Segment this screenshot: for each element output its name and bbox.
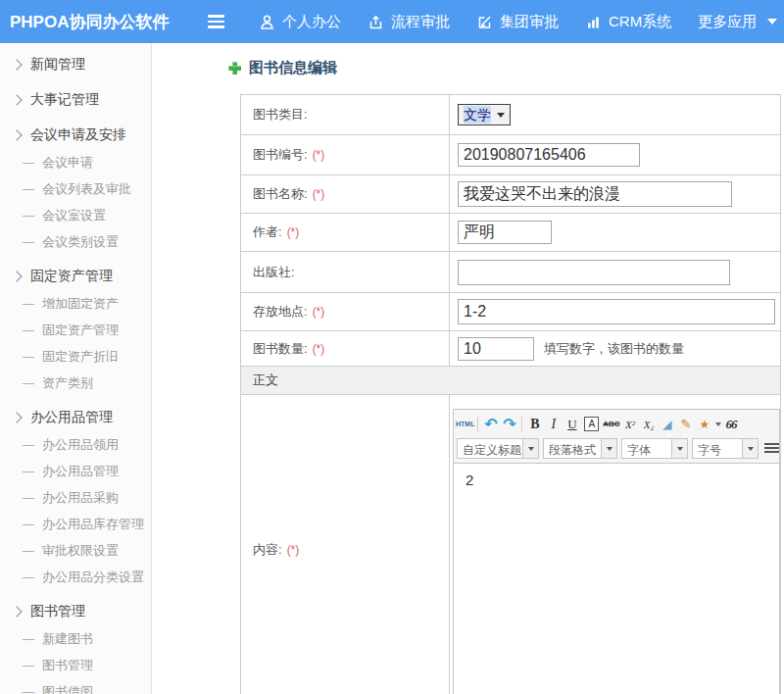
field-label-category: 图书类目:	[253, 106, 308, 124]
storage-location-input[interactable]	[458, 299, 775, 324]
caret-down-icon[interactable]	[601, 439, 616, 458]
required-marker: (*)	[313, 148, 325, 162]
publisher-input[interactable]	[458, 260, 730, 285]
sidebar-subitem[interactable]: —办公用品采购	[0, 484, 151, 511]
quantity-input[interactable]	[458, 337, 534, 361]
editor-toolbar-row1: HTML↶↷BIUAABCX²X₂◢✎★66	[454, 410, 779, 436]
sidebar-subitem-label: 图书借阅	[42, 683, 93, 694]
sidebar-item-3[interactable]: 固定资产管理	[0, 263, 151, 290]
editor-combo-3[interactable]: 字号	[692, 438, 759, 459]
top-bar: PHPOA协同办公软件 个人办公流程审批集团审批CRM系统更多应用	[0, 0, 784, 43]
sidebar-item-0[interactable]: 新闻管理	[0, 51, 151, 78]
sidebar-subitem-label: 会议申请	[42, 154, 93, 172]
nav-more-apps[interactable]: 更多应用	[698, 13, 777, 31]
sidebar-subitem[interactable]: —会议列表及审批	[0, 175, 151, 202]
caret-down-icon[interactable]	[742, 439, 758, 458]
field-label-location: 存放地点:	[253, 303, 308, 321]
sidebar-item-5[interactable]: 图书管理	[0, 598, 151, 625]
sidebar-group: 会议申请及安排—会议申请—会议列表及审批—会议室设置—会议类别设置	[0, 122, 151, 255]
hamburger-menu-icon[interactable]	[208, 12, 225, 31]
rich-text-editor: HTML↶↷BIUAABCX²X₂◢✎★66 自定义标题段落格式字体字号 2	[453, 409, 780, 694]
editor-combo-2[interactable]: 字体	[621, 438, 688, 459]
sidebar-group: 大事记管理	[0, 86, 151, 114]
caret-down-icon	[497, 113, 505, 118]
chevron-right-icon	[11, 606, 22, 617]
brush-icon[interactable]: ✎	[676, 415, 695, 434]
sidebar-item-2[interactable]: 会议申请及安排	[0, 122, 151, 149]
bold-icon[interactable]: B	[525, 415, 544, 434]
topbar-nav: 个人办公流程审批集团审批CRM系统更多应用	[259, 13, 777, 31]
font-color-icon[interactable]: A	[584, 417, 599, 431]
dash-bullet: —	[23, 465, 34, 478]
sidebar-subitem[interactable]: —办公用品库存管理	[0, 511, 151, 537]
editor-combo-1[interactable]: 段落格式	[543, 438, 617, 459]
dash-bullet: —	[23, 438, 34, 452]
sidebar-subitem-label: 办公用品采购	[42, 489, 119, 507]
sidebar-subitem[interactable]: —办公用品领用	[0, 431, 151, 458]
sidebar-subitem[interactable]: —会议类别设置	[0, 228, 151, 255]
sidebar-item-label: 会议申请及安排	[30, 126, 126, 144]
form-row-author: 作者: (*)	[241, 214, 780, 252]
edit-icon	[476, 14, 493, 30]
combo-label: 自定义标题	[458, 439, 522, 458]
chevron-right-icon	[11, 129, 22, 140]
flow-icon	[368, 14, 384, 30]
underline-icon[interactable]: U	[563, 415, 581, 434]
sidebar-group: 图书管理—新建图书—图书管理—图书借阅	[0, 598, 151, 694]
redo-icon[interactable]: ↷	[500, 415, 518, 434]
quote-icon[interactable]: 66	[721, 415, 740, 434]
dash-bullet: —	[23, 297, 34, 311]
sidebar-item-4[interactable]: 办公用品管理	[0, 404, 151, 431]
section-header: 正文	[241, 367, 780, 394]
caret-down-icon	[767, 19, 777, 25]
sidebar-subitem[interactable]: —办公用品分类设置	[0, 564, 151, 590]
book-code-input[interactable]	[458, 143, 640, 167]
editor-content-area[interactable]: 2	[454, 463, 779, 694]
italic-icon[interactable]: I	[544, 415, 563, 434]
sidebar-subitem[interactable]: —增加固定资产	[0, 290, 151, 317]
sidebar-group: 固定资产管理—增加固定资产—固定资产管理—固定资产折旧—资产类别	[0, 263, 151, 396]
book-edit-form: 图书类目: 文学 图书编号: (*) 图书名称: (*)	[240, 94, 781, 694]
sidebar-item-1[interactable]: 大事记管理	[0, 86, 151, 114]
dash-bullet: —	[23, 209, 34, 223]
sidebar-subitem[interactable]: —固定资产折旧	[0, 343, 151, 370]
caret-down-icon[interactable]	[522, 439, 538, 458]
dash-bullet: —	[23, 518, 34, 531]
strikethrough-icon[interactable]: ABC	[602, 415, 620, 434]
undo-icon[interactable]: ↶	[481, 415, 500, 434]
sidebar-subitem[interactable]: —会议申请	[0, 149, 151, 175]
sidebar-subitem[interactable]: —图书管理	[0, 652, 151, 678]
editor-combo-0[interactable]: 自定义标题	[457, 438, 539, 459]
book-name-input[interactable]	[458, 181, 732, 207]
nav-personal-office[interactable]: 个人办公	[259, 13, 341, 31]
sidebar-subitem-label: 固定资产折旧	[42, 348, 119, 366]
book-category-select[interactable]: 文学	[458, 104, 511, 125]
caret-down-icon[interactable]	[671, 439, 687, 458]
sidebar-subitem-label: 审批权限设置	[42, 542, 119, 560]
html-source-icon[interactable]: HTML	[456, 415, 474, 434]
sidebar-subitem[interactable]: —固定资产管理	[0, 317, 151, 343]
field-label-author: 作者:	[253, 223, 282, 241]
author-input[interactable]	[458, 221, 552, 244]
superscript-icon[interactable]: X²	[620, 415, 639, 434]
nav-label: 流程审批	[391, 13, 450, 31]
nav-group-approval[interactable]: 集团审批	[476, 13, 559, 31]
required-marker: (*)	[313, 342, 325, 356]
dash-bullet: —	[23, 544, 34, 558]
nav-label: 更多应用	[698, 13, 757, 31]
sidebar-subitem[interactable]: —审批权限设置	[0, 537, 151, 564]
sidebar-subitem[interactable]: —图书借阅	[0, 678, 151, 694]
subscript-icon[interactable]: X₂	[639, 415, 658, 434]
sidebar-subitem[interactable]: —会议室设置	[0, 202, 151, 228]
nav-workflow-approval[interactable]: 流程审批	[368, 13, 450, 31]
justify-icon[interactable]	[764, 443, 779, 454]
dash-bullet: —	[23, 491, 34, 505]
sidebar-subitem[interactable]: —资产类别	[0, 370, 151, 396]
chevron-right-icon	[11, 94, 22, 105]
nav-crm-system[interactable]: CRM系统	[585, 13, 671, 31]
sidebar-subitem[interactable]: —办公用品管理	[0, 458, 151, 484]
dash-bullet: —	[23, 323, 34, 337]
eraser-icon[interactable]: ◢	[658, 415, 676, 434]
sidebar-subitem[interactable]: —新建图书	[0, 625, 151, 652]
wand-icon[interactable]: ★	[695, 415, 713, 434]
